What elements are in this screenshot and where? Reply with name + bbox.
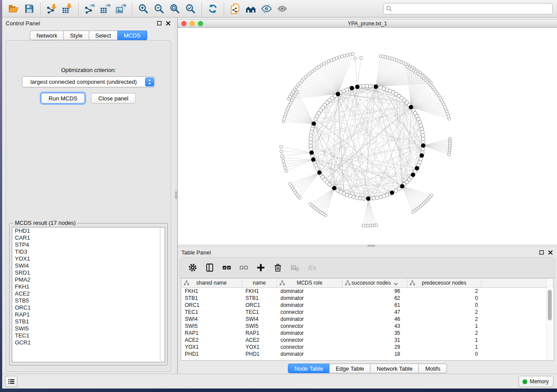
float-panel-icon[interactable] (156, 20, 163, 26)
import-network-button[interactable] (44, 2, 59, 16)
table-row[interactable]: SWI5SWI5connector431 (181, 323, 554, 330)
network-title: YPA_prune.txt_1 (178, 21, 557, 27)
mcds-result-item[interactable]: TEC1 (12, 332, 165, 339)
column-header-shared-name[interactable]: shared name (181, 279, 242, 287)
mcds-result-item[interactable]: GCR1 (12, 339, 165, 346)
vertical-splitter-grip[interactable] (175, 191, 177, 199)
table-row[interactable]: PHD1PHD1dominator180 (181, 351, 554, 358)
table-row[interactable]: TEC1TEC1connector472 (181, 309, 554, 316)
optimization-criterion-label: Optimization criterion: (6, 67, 171, 73)
search-box[interactable] (383, 3, 553, 14)
horizontal-splitter[interactable] (178, 244, 557, 248)
mcds-result-item[interactable]: SWI4 (12, 262, 165, 269)
mcds-result-list[interactable]: PHD1CAR1STP4TID3YOX1SWI4SRD1PMA2FKH1ACE2… (12, 227, 165, 362)
table-row[interactable]: STB1STB1dominator620 (181, 295, 554, 302)
first-neighbors-button[interactable] (243, 2, 259, 16)
run-mcds-button[interactable]: Run MCDS (41, 93, 85, 103)
tab-node-table[interactable]: Node Table (288, 364, 330, 373)
deselect-all-columns-button[interactable] (237, 261, 250, 274)
show-column-panel-button[interactable] (203, 261, 216, 274)
column-type-icon (409, 280, 415, 286)
tab-mcds[interactable]: MCDS (118, 31, 147, 40)
mcds-result-item[interactable]: YOX1 (12, 255, 165, 262)
column-header-name[interactable]: name (242, 279, 277, 287)
mcds-result-item[interactable]: STB5 (12, 297, 165, 304)
mcds-result-item[interactable]: FKH1 (12, 283, 165, 290)
hide-selected-button[interactable] (259, 2, 274, 16)
mcds-result-item[interactable]: ACE2 (12, 290, 165, 297)
close-table-panel-icon[interactable] (547, 249, 554, 255)
column-header-successor-nodes[interactable]: successor nodes (343, 279, 407, 287)
criterion-dropdown[interactable]: largest connected component (undirected) (22, 76, 155, 87)
control-panel: Control Panel NetworkStyleSelectMCDS Opt… (2, 17, 175, 374)
new-network-from-selection-button[interactable] (227, 2, 243, 16)
dropdown-stepper-icon (145, 77, 154, 86)
cell-name: ORC1 (242, 302, 277, 308)
zoom-out-button[interactable] (151, 2, 167, 16)
search-input[interactable] (393, 6, 550, 12)
zoom-in-button[interactable] (135, 2, 151, 16)
horizontal-splitter-grip[interactable] (367, 245, 375, 247)
table-options-button[interactable] (186, 261, 199, 274)
network-titlebar[interactable]: YPA_prune.txt_1 (178, 19, 557, 28)
tab-motifs[interactable]: Motifs (419, 364, 447, 373)
column-type-icon (183, 280, 190, 286)
table-row[interactable]: RAP1RAP1dominator352 (181, 330, 554, 337)
table-row[interactable]: ORC1ORC1dominator610 (181, 302, 554, 309)
mcds-result-item[interactable]: PMA2 (12, 276, 165, 283)
export-image-button[interactable] (113, 2, 129, 16)
mcds-result-item[interactable]: STP4 (12, 241, 165, 248)
add-column-icon (256, 263, 266, 272)
tab-select[interactable]: Select (89, 31, 118, 40)
import-table-button[interactable] (59, 2, 75, 16)
tab-edge-table[interactable]: Edge Table (329, 364, 370, 373)
column-label: predecessor nodes (422, 280, 466, 286)
column-header-MCDS-role[interactable]: MCDS role (277, 279, 343, 287)
zoom-fit-button[interactable] (167, 2, 183, 16)
memory-button[interactable]: Memory (519, 376, 554, 387)
select-all-columns-button[interactable] (220, 261, 233, 274)
mcds-result-item[interactable]: STB1 (12, 318, 165, 325)
open-file-button[interactable] (6, 2, 21, 16)
mcds-result-item[interactable]: RAP1 (12, 311, 165, 318)
cell-name: SWI4 (242, 316, 277, 322)
mcds-result-item[interactable]: ORC1 (12, 304, 165, 311)
cell-shared-name: RAP1 (181, 330, 242, 336)
zoom-selected-button[interactable] (183, 2, 198, 16)
control-panel-titlebar: Control Panel (2, 17, 175, 29)
export-table-button[interactable] (97, 2, 113, 16)
tab-style[interactable]: Style (64, 31, 89, 40)
float-table-panel-icon[interactable] (539, 249, 545, 255)
table-row[interactable]: YOX1YOX1connector291 (181, 344, 554, 351)
main-toolbar (2, 0, 557, 17)
node-table: shared namenameMCDS rolesuccessor nodesp… (181, 278, 554, 361)
table-row[interactable]: SWI4SWI4dominator462 (181, 316, 554, 323)
table-row[interactable]: ACE2ACE2connector311 (181, 337, 554, 344)
network-graph[interactable] (178, 28, 557, 248)
table-panel-tabs: Node TableEdge TableNetwork TableMotifs (178, 364, 557, 373)
close-panel-icon[interactable] (165, 20, 171, 26)
mcds-result-item[interactable]: SRD1 (12, 269, 165, 276)
cell-shared-name: SWI5 (181, 323, 242, 329)
mcds-result-item[interactable]: TID3 (12, 248, 165, 255)
column-header-predecessor-nodes[interactable]: predecessor nodes (407, 279, 481, 287)
save-session-button[interactable] (21, 2, 37, 16)
tab-network[interactable]: Network (30, 31, 64, 40)
refresh-view-button[interactable] (205, 2, 221, 16)
mcds-result-item[interactable]: SWI5 (12, 325, 165, 332)
vertical-splitter[interactable] (175, 17, 178, 374)
mcds-result-item[interactable]: CAR1 (12, 234, 165, 241)
close-panel-button[interactable]: Close panel (91, 93, 136, 103)
network-canvas[interactable] (178, 28, 557, 248)
table-scrollbar[interactable] (547, 279, 552, 360)
table-row[interactable]: FKH1FKH1dominator962 (181, 288, 554, 295)
export-network-button[interactable] (82, 2, 97, 16)
panel-menu-button[interactable] (5, 376, 17, 387)
zoom-selected-icon (185, 3, 196, 14)
mcds-list-scrollbar[interactable] (160, 227, 165, 362)
add-column-button[interactable] (254, 261, 267, 274)
mcds-result-item[interactable]: PHD1 (12, 227, 165, 234)
tab-network-table[interactable]: Network Table (370, 364, 419, 373)
table-scrollbar-thumb[interactable] (548, 290, 552, 320)
delete-column-button[interactable] (271, 261, 284, 274)
